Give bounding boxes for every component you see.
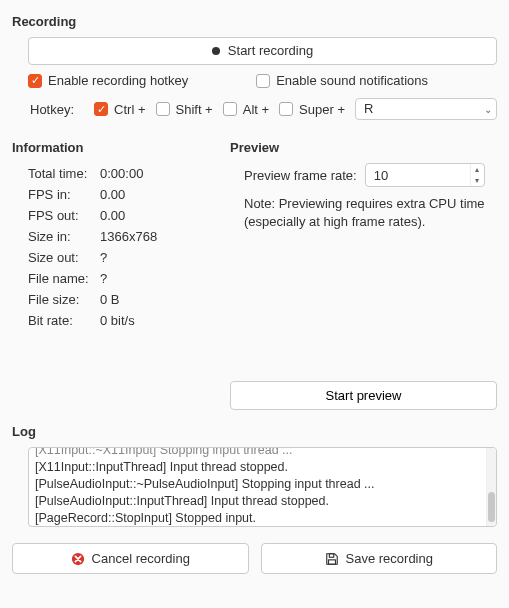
hotkey-super-label: Super + [299, 102, 345, 117]
recording-title: Recording [12, 14, 497, 29]
table-row: Total time:0:00:00 [28, 163, 163, 184]
record-icon [212, 47, 220, 55]
table-row: Size out:? [28, 247, 163, 268]
preview-title: Preview [230, 140, 497, 155]
log-line: [X11Input::InputThread] Input thread sto… [35, 459, 480, 476]
table-row: Bit rate:0 bit/s [28, 310, 163, 331]
start-recording-button[interactable]: Start recording [28, 37, 497, 65]
info-value: ? [100, 247, 163, 268]
checkbox-unchecked-icon [279, 102, 293, 116]
cancel-recording-label: Cancel recording [92, 551, 190, 566]
cancel-recording-button[interactable]: Cancel recording [12, 543, 249, 574]
log-line: [PageRecord::StopInput] Stopped input. [35, 510, 480, 527]
preview-frame-rate-input[interactable]: 10 ▴ ▾ [365, 163, 485, 187]
chevron-down-icon: ⌄ [484, 104, 492, 115]
checkbox-unchecked-icon [256, 74, 270, 88]
hotkey-shift-label: Shift + [176, 102, 213, 117]
hotkey-ctrl-label: Ctrl + [114, 102, 145, 117]
checkbox-checked-icon [94, 102, 108, 116]
information-table: Total time:0:00:00 FPS in:0.00 FPS out:0… [28, 163, 163, 331]
info-label: File size: [28, 289, 100, 310]
hotkey-alt-label: Alt + [243, 102, 269, 117]
hotkey-label: Hotkey: [30, 102, 74, 117]
info-value: 0:00:00 [100, 163, 163, 184]
chevron-down-icon[interactable]: ▾ [471, 175, 484, 186]
info-value: 1366x768 [100, 226, 163, 247]
information-title: Information [12, 140, 212, 155]
enable-sound-notifications-option[interactable]: Enable sound notifications [256, 73, 428, 88]
info-label: Size out: [28, 247, 100, 268]
svg-rect-2 [328, 560, 335, 564]
start-recording-label: Start recording [228, 43, 313, 58]
preview-frame-rate-label: Preview frame rate: [244, 168, 357, 183]
info-value: 0.00 [100, 184, 163, 205]
hotkey-shift-option[interactable]: Shift + [156, 102, 213, 117]
enable-sound-notifications-label: Enable sound notifications [276, 73, 428, 88]
info-label: FPS in: [28, 184, 100, 205]
table-row: File name:? [28, 268, 163, 289]
info-label: Size in: [28, 226, 100, 247]
checkbox-unchecked-icon [156, 102, 170, 116]
save-recording-button[interactable]: Save recording [261, 543, 498, 574]
log-line: [PulseAudioInput::~PulseAudioInput] Stop… [35, 476, 480, 493]
table-row: FPS in:0.00 [28, 184, 163, 205]
info-value: ? [100, 268, 163, 289]
start-preview-button[interactable]: Start preview [230, 381, 497, 410]
info-label: FPS out: [28, 205, 100, 226]
info-value: 0 bit/s [100, 310, 163, 331]
log-scrollbar[interactable] [486, 448, 496, 526]
info-value: 0.00 [100, 205, 163, 226]
chevron-up-icon[interactable]: ▴ [471, 164, 484, 175]
info-label: File name: [28, 268, 100, 289]
table-row: File size:0 B [28, 289, 163, 310]
table-row: FPS out:0.00 [28, 205, 163, 226]
hotkey-super-option[interactable]: Super + [279, 102, 345, 117]
hotkey-key-value: R [364, 101, 373, 116]
info-value: 0 B [100, 289, 163, 310]
log-line: [X11Input::~X11Input] Stopping input thr… [35, 448, 480, 459]
enable-recording-hotkey-option[interactable]: Enable recording hotkey [28, 73, 188, 88]
log-title: Log [12, 424, 497, 439]
cancel-icon [71, 552, 85, 566]
log-output: [X11Input::~X11Input] Stopping input thr… [28, 447, 497, 527]
svg-rect-1 [329, 554, 333, 558]
scrollbar-thumb[interactable] [488, 492, 495, 522]
table-row: Size in:1366x768 [28, 226, 163, 247]
preview-frame-rate-value: 10 [366, 164, 470, 186]
save-icon [325, 552, 339, 566]
log-line: [PulseAudioInput::InputThread] Input thr… [35, 493, 480, 510]
checkbox-checked-icon [28, 74, 42, 88]
hotkey-alt-option[interactable]: Alt + [223, 102, 269, 117]
info-label: Bit rate: [28, 310, 100, 331]
save-recording-label: Save recording [346, 551, 433, 566]
checkbox-unchecked-icon [223, 102, 237, 116]
enable-recording-hotkey-label: Enable recording hotkey [48, 73, 188, 88]
hotkey-ctrl-option[interactable]: Ctrl + [94, 102, 145, 117]
hotkey-key-select[interactable]: R ⌄ [355, 98, 497, 120]
preview-note: Note: Previewing requires extra CPU time… [244, 195, 497, 231]
info-label: Total time: [28, 163, 100, 184]
